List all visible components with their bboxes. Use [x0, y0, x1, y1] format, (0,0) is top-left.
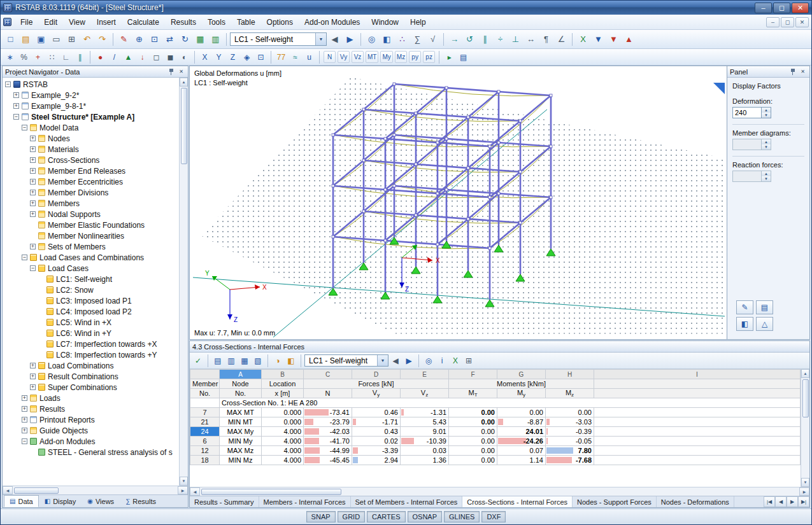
location-cell[interactable]: 4.000 — [262, 437, 304, 446]
mt-cell[interactable]: 0.00 — [449, 456, 497, 465]
menu-item[interactable]: Window — [366, 15, 404, 29]
document-icon[interactable] — [3, 18, 11, 26]
new-member-icon[interactable]: / — [108, 50, 121, 64]
n-column-header[interactable]: N — [304, 389, 352, 398]
tree-item[interactable]: − Load Cases — [3, 263, 179, 274]
menu-item[interactable]: View — [63, 15, 91, 29]
first-table-tab-button[interactable]: |◀ — [764, 496, 775, 507]
dimension-icon[interactable]: ↔ — [524, 32, 538, 46]
tree-item[interactable]: LC1: Self-weight — [3, 274, 179, 284]
edit-display-factors-button[interactable]: ✎ — [736, 300, 753, 314]
menu-item[interactable]: Edit — [38, 15, 63, 29]
calculate-icon[interactable]: √ — [425, 32, 440, 46]
jump-to-graphic-icon[interactable]: ◎ — [422, 354, 435, 367]
member-number-cell[interactable]: 12 — [190, 446, 220, 456]
location-cell[interactable]: 0.000 — [262, 408, 304, 417]
color-scale-button[interactable]: ◧ — [736, 317, 753, 331]
tab-results[interactable]: ∑ Results — [120, 495, 162, 507]
table-row[interactable]: 21 MIN MT 0.000 -23.79 -1.71 5.43 0.00 -… — [190, 417, 801, 427]
pin-icon[interactable] — [167, 67, 176, 76]
mz-column-header[interactable]: Mz — [546, 389, 594, 398]
table-tab[interactable]: Cross-Sections - Internal Forces — [462, 496, 573, 507]
tree-expander[interactable]: + — [30, 363, 36, 368]
tree-item[interactable]: LC7: Imperfection towards +X — [3, 339, 179, 349]
tree-expander[interactable]: + — [13, 103, 19, 109]
visibility-icon[interactable]: ◧ — [380, 32, 394, 46]
view-x-icon[interactable]: X — [198, 50, 211, 64]
mt-cell[interactable]: 0.00 — [449, 437, 497, 446]
mt-cell[interactable]: 0.00 — [449, 446, 497, 456]
deformation-spinner[interactable]: ▲▼ — [762, 107, 771, 118]
tree-item[interactable]: + Cross-Sections — [3, 155, 179, 165]
my-cell[interactable]: 0.00 — [497, 408, 546, 417]
tree-expander[interactable]: + — [30, 211, 36, 217]
column-letter[interactable]: D — [352, 370, 401, 379]
my-cell[interactable]: -24.26 — [497, 437, 546, 446]
tab-data[interactable]: ▤ Data — [4, 495, 39, 507]
menu-item[interactable]: Add-on Modules — [299, 15, 366, 29]
status-toggle-button[interactable]: GLINES — [444, 511, 480, 522]
scroll-left-icon[interactable]: ◀ — [3, 486, 13, 494]
vy-cell[interactable]: 0.43 — [352, 427, 401, 437]
table-vertical-scrollbar[interactable]: ▲ ▼ — [801, 369, 809, 487]
tree-item[interactable]: LC6: Wind in +Y — [3, 328, 179, 339]
tree-item[interactable]: + Nodes — [3, 133, 179, 144]
navigator-vertical-scrollbar[interactable]: ▲ ▼ — [179, 78, 188, 486]
tree-expander[interactable]: + — [30, 190, 36, 195]
vz-column-header[interactable]: Vz — [401, 389, 449, 398]
location-cell[interactable]: 0.000 — [262, 417, 304, 427]
vy-cell[interactable]: -1.71 — [352, 417, 401, 427]
column-letter[interactable]: E — [401, 370, 449, 379]
open-file-icon[interactable]: ▤ — [18, 32, 33, 46]
tree-expander[interactable]: + — [30, 384, 36, 390]
n-cell[interactable]: -45.45 — [304, 456, 352, 465]
vz-cell[interactable]: -10.39 — [401, 437, 449, 446]
table-row[interactable]: 6 MIN My 4.000 -41.70 0.02 -10.39 0.00 -… — [190, 437, 801, 446]
location-cell[interactable]: 4.000 — [262, 456, 304, 465]
new-file-icon[interactable]: □ — [3, 32, 18, 46]
menu-item[interactable]: Options — [261, 15, 299, 29]
title-bar[interactable]: RSTAB 8.03.1119 (64bit) - [Steel Structu… — [1, 1, 811, 15]
result-pz-button[interactable]: pz — [423, 51, 435, 63]
tree-expander[interactable]: − — [30, 265, 36, 271]
column-letter[interactable]: A — [220, 370, 262, 379]
maximize-button[interactable]: ◻ — [773, 3, 790, 13]
solid-render-icon[interactable]: ◼ — [164, 50, 177, 64]
close-icon[interactable]: ✕ — [799, 67, 807, 76]
table-tab[interactable]: Results - Summary — [190, 496, 259, 507]
member-number-cell[interactable]: 24 — [190, 427, 220, 437]
status-toggle-button[interactable]: SNAP — [306, 511, 336, 522]
scroll-up-icon[interactable]: ▲ — [180, 78, 188, 87]
menu-item[interactable]: Help — [404, 15, 432, 29]
panel-display-button[interactable]: ▤ — [756, 300, 773, 314]
scroll-right-icon[interactable]: ▶ — [178, 486, 188, 494]
tree-expander[interactable]: + — [22, 406, 27, 412]
status-toggle-button[interactable]: GRID — [338, 511, 366, 522]
filter-members-button[interactable]: △ — [756, 317, 773, 331]
mz-cell[interactable]: 7.80 — [546, 446, 594, 456]
my-cell[interactable]: 24.01 — [497, 427, 546, 437]
member-number-cell[interactable]: 6 — [190, 437, 220, 446]
animation-icon[interactable]: ▸ — [443, 50, 456, 64]
tree-item[interactable]: Member Elastic Foundations — [3, 220, 179, 230]
navigator-horizontal-scrollbar[interactable]: ◀ ▶ — [3, 486, 188, 494]
tree-expander[interactable]: + — [13, 92, 19, 98]
pan-icon[interactable]: ⇄ — [162, 32, 177, 46]
extreme-descriptor-cell[interactable]: MAX MT — [220, 408, 262, 417]
mz-cell[interactable]: 0.00 — [546, 408, 594, 417]
extreme-descriptor-cell[interactable]: MAX Mz — [220, 446, 262, 456]
column-letter[interactable]: B — [262, 370, 304, 379]
result-vy-button[interactable]: Vy — [338, 51, 350, 63]
view-z-icon[interactable]: Z — [226, 50, 239, 64]
tree-expander[interactable]: + — [22, 417, 27, 423]
ortho-icon[interactable]: ∟ — [59, 50, 73, 64]
tree-expander[interactable]: + — [30, 136, 36, 141]
apply-ok-icon[interactable]: ✓ — [192, 354, 204, 367]
status-toggle-button[interactable]: DXF — [481, 511, 506, 522]
colored-relation-bars-icon[interactable]: ◧ — [285, 354, 297, 367]
edit-icon[interactable]: ✎ — [117, 32, 131, 46]
new-load-icon[interactable]: ↓ — [136, 50, 149, 64]
table-rows-filter-icon[interactable]: ▤ — [211, 354, 224, 367]
tree-item[interactable]: + Super Combinations — [3, 382, 179, 393]
new-node-icon[interactable]: ● — [94, 50, 107, 64]
